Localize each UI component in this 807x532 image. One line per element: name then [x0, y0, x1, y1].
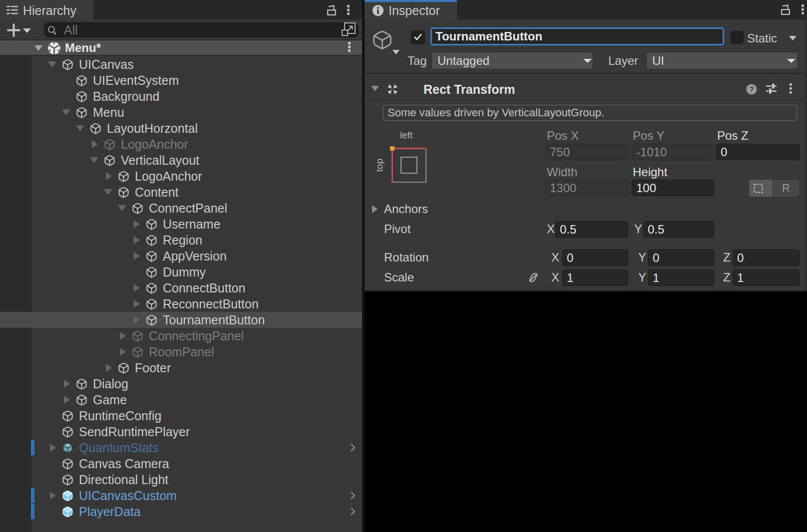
svg-text:?: ?: [749, 85, 754, 93]
